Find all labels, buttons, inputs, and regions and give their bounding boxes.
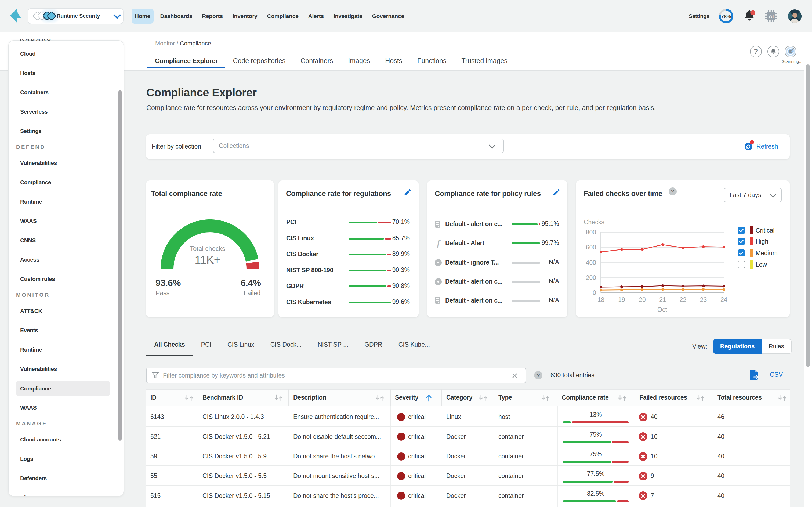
svg-text:400: 400	[586, 259, 596, 266]
svg-text:18: 18	[597, 296, 604, 303]
svg-text:f: f	[437, 239, 441, 247]
svg-text:Checks: Checks	[584, 219, 604, 226]
svg-text:0: 0	[593, 289, 596, 296]
svg-text:20: 20	[639, 296, 646, 303]
svg-text:800: 800	[586, 229, 596, 236]
svg-text:Medium: Medium	[756, 249, 777, 257]
svg-text:24: 24	[720, 296, 728, 303]
svg-text:22: 22	[680, 296, 687, 303]
svg-text:600: 600	[586, 244, 596, 251]
svg-text:78%: 78%	[721, 14, 731, 19]
svg-text:Critical: Critical	[756, 227, 774, 234]
svg-text:21: 21	[659, 296, 666, 303]
svg-text:AI: AI	[769, 13, 774, 19]
svg-text:19: 19	[618, 296, 625, 303]
svg-text:Oct: Oct	[657, 306, 667, 313]
svg-text:23: 23	[700, 296, 707, 303]
svg-text:Low: Low	[756, 261, 767, 268]
svg-text:High: High	[756, 238, 768, 245]
svg-text:200: 200	[586, 274, 596, 281]
